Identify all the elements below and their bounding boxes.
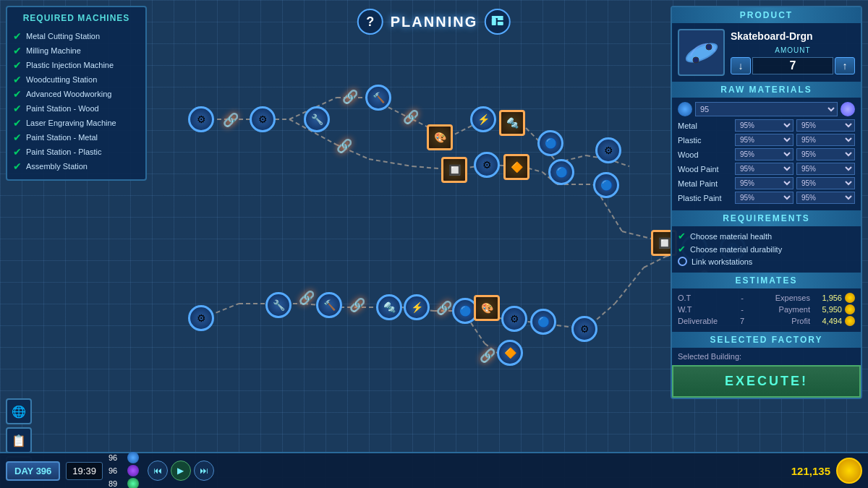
water-icon (678, 102, 692, 116)
svg-rect-1 (492, 18, 496, 25)
material-name: Metal (678, 121, 732, 130)
chain-2: 🔗 (401, 107, 421, 127)
node-gear-1[interactable]: ⚙ (188, 106, 214, 132)
status-val-2: 96 (109, 466, 124, 475)
svg-point-51 (693, 57, 699, 63)
node-square-3[interactable]: 🔲 (441, 157, 467, 183)
node-saw-1[interactable]: 🔧 (304, 106, 330, 132)
node-square-1[interactable]: 🎨 (427, 124, 453, 150)
machine-check: ✔ (13, 117, 22, 129)
node-circle-3[interactable]: ⚙ (595, 137, 621, 163)
node-bot-8[interactable]: ⚙ (501, 306, 527, 332)
coin-icon (845, 293, 855, 303)
machine-check: ✔ (13, 132, 22, 143)
material-select-2[interactable]: 95% (796, 177, 855, 189)
decrease-amount-button[interactable]: ↓ (731, 57, 751, 74)
product-image (678, 29, 725, 76)
machine-label: Woodcutting Station (26, 75, 97, 84)
estimate-right: Profit 4,494 (763, 316, 855, 326)
raw-materials-header: RAW MATERIALS (672, 82, 861, 98)
svg-point-52 (706, 44, 712, 50)
svg-line-45 (644, 257, 665, 267)
node-bot-1[interactable]: ⚙ (188, 305, 214, 331)
node-circle-2[interactable]: 🔵 (537, 130, 563, 156)
estimate-right-label: Expenses (763, 294, 810, 302)
req-check-icon: ✔ (678, 231, 686, 241)
node-gear-2[interactable]: ⚙ (250, 106, 276, 132)
material-select-1[interactable]: 95% (735, 192, 793, 204)
material-row: Metal 95% 95% (678, 119, 855, 132)
material-select-1[interactable]: 95% (735, 148, 793, 160)
material-select-1[interactable]: 95% (735, 163, 793, 175)
product-section-header: PRODUCT (672, 7, 861, 23)
estimate-label: Deliverable (678, 317, 721, 325)
machine-item: ✔Paint Station - Metal (13, 130, 140, 145)
machine-check: ✔ (13, 160, 22, 172)
machine-label: Laser Engraving Machine (26, 119, 116, 127)
material-select-2[interactable]: 95% (796, 134, 855, 146)
svg-line-44 (615, 267, 644, 304)
status-icon-purple (127, 465, 139, 476)
svg-rect-3 (498, 22, 503, 25)
forward-button[interactable]: ⏭ (194, 461, 214, 481)
link-icon[interactable] (841, 102, 855, 116)
node-bot-7[interactable]: 🎨 (474, 295, 500, 321)
machine-item: ✔Milling Machine (13, 43, 140, 58)
node-bot-10[interactable]: ⚙ (571, 316, 597, 342)
material-select-1[interactable]: 95% (735, 134, 793, 146)
requirements-header: REQUIREMENTS (672, 210, 861, 226)
material-select-1[interactable]: 95% (735, 177, 793, 189)
material-name: Wood Paint (678, 165, 732, 174)
machine-label: Paint Station - Metal (26, 133, 98, 142)
material-row: Plastic 95% 95% (678, 134, 855, 146)
req-text: Choose material health (690, 232, 772, 241)
machine-item: ✔Metal Cutting Station (13, 29, 140, 43)
material-select-2[interactable]: 95% (796, 148, 855, 160)
node-circle-5[interactable]: 🔵 (593, 172, 619, 198)
workflow-map[interactable]: ⚙ 🔗 ⚙ 🔧 🔗 🔨 🔗 🎨 ⚡ 🔩 🔵 ⚙ 🔵 🔗 🔲 ⚙ (145, 43, 669, 448)
estimate-row: Deliverable 7 Profit 4,494 (678, 316, 855, 326)
node-bot-2[interactable]: 🔧 (265, 292, 292, 318)
estimate-value: - (741, 305, 744, 314)
node-bot-11[interactable]: 🔶 (497, 340, 523, 366)
material-select-1[interactable]: 95% (735, 119, 793, 132)
map-view-button[interactable]: 🌐 (6, 398, 32, 424)
water-select[interactable]: 95 (695, 102, 838, 116)
amount-controls: ↓ 7 ↑ (731, 57, 855, 74)
status-val-3: 89 (109, 479, 124, 488)
node-bot-4[interactable]: 🔩 (376, 294, 402, 320)
material-select-2[interactable]: 95% (796, 119, 855, 132)
machine-item: ✔Paint Station - Plastic (13, 145, 140, 159)
req-text: Choose material durability (690, 245, 782, 254)
material-row: Wood Paint 95% 95% (678, 163, 855, 175)
material-select-2[interactable]: 95% (796, 163, 855, 175)
node-top-1[interactable]: 🔨 (365, 85, 391, 111)
play-button[interactable]: ▶ (171, 461, 191, 481)
increase-amount-button[interactable]: ↑ (835, 57, 855, 74)
help-button[interactable]: ? (357, 9, 383, 35)
node-square-4[interactable]: 🔶 (503, 154, 529, 180)
req-radio[interactable] (678, 257, 687, 266)
machine-check: ✔ (13, 30, 22, 42)
node-bot-3[interactable]: 🔨 (316, 292, 342, 318)
chain-1: 🔗 (221, 110, 241, 130)
node-bot-9[interactable]: 🔵 (530, 309, 556, 335)
rewind-button[interactable]: ⏮ (148, 461, 168, 481)
list-view-button[interactable]: 📋 (6, 427, 32, 453)
requirements-section: ✔Choose material health✔Choose material … (672, 226, 861, 273)
planning-header: ? PLANNING (352, 6, 516, 38)
node-circle-mid[interactable]: ⚡ (470, 106, 496, 132)
machine-label: Advanced Woodworking (26, 90, 111, 98)
material-select-2[interactable]: 95% (796, 192, 855, 204)
day-badge: DAY 396 (6, 461, 60, 481)
node-bot-5[interactable]: ⚡ (404, 294, 430, 320)
machine-check: ✔ (13, 103, 22, 114)
node-square-2[interactable]: 🔩 (499, 110, 525, 136)
node-mid-1[interactable]: 🔵 (548, 159, 574, 185)
execute-button[interactable]: EXECUTE! (672, 365, 861, 398)
machine-check: ✔ (13, 146, 22, 158)
settings-button[interactable] (485, 9, 511, 35)
node-circle-4[interactable]: ⚙ (474, 152, 500, 178)
machine-item: ✔Plastic Injection Machine (13, 58, 140, 72)
factory-header: SELECTED FACTORY (672, 332, 861, 348)
